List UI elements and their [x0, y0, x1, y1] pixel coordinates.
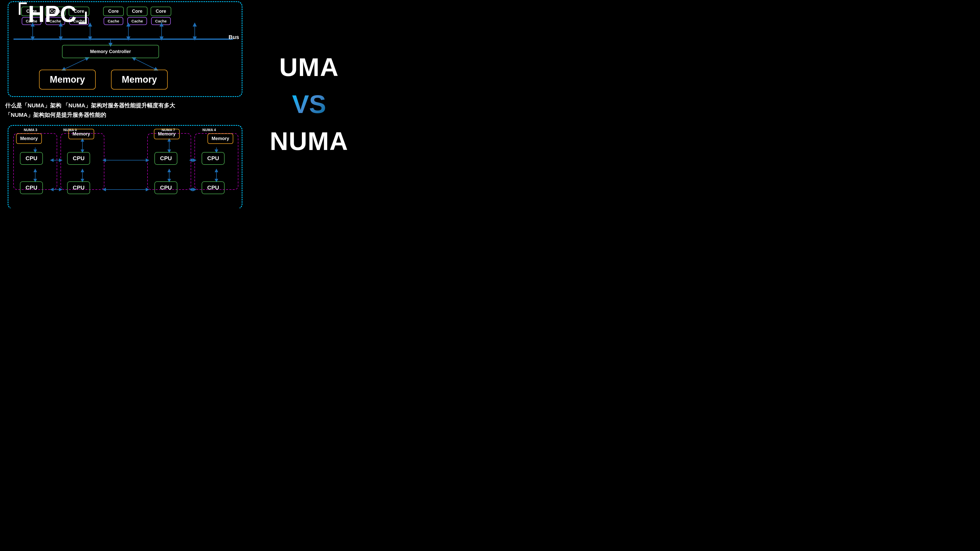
numa3-mem-box: Memory [16, 133, 42, 144]
cpu-box-r1-4: CPU [202, 152, 224, 165]
core-box-6: Core [151, 6, 171, 16]
core-box-4: Core [103, 6, 124, 16]
core-box-5: Core [127, 6, 148, 16]
memory-row: Memory Memory [39, 70, 168, 89]
svg-line-9 [134, 58, 156, 70]
numa0-memory: Memory [68, 129, 94, 139]
cpu-r1-3: CPU [154, 152, 177, 165]
numa-label-4: NUMA 4 [202, 128, 216, 132]
cpu-box-r2-3: CPU [154, 181, 177, 194]
text-section: 什么是「NUMA」架构 「NUMA」架构对服务器性能提升幅度有多大 「NUMA」… [5, 101, 175, 120]
uma-title: UMA [279, 52, 339, 82]
numa3-memory: Memory [16, 133, 42, 144]
vs-title: VS [292, 89, 326, 119]
numa0-mem-box: Memory [68, 129, 94, 139]
core-group-5: Core Cache [127, 6, 148, 25]
numa4-memory: Memory [207, 133, 233, 144]
svg-line-8 [63, 58, 88, 70]
cpu-box-r2-2: CPU [67, 181, 90, 194]
memory-box-2: Memory [111, 70, 168, 89]
core-group-4: Core Cache [103, 6, 124, 25]
cpu-r2-2: CPU [67, 181, 90, 194]
cpu-r2-4: CPU [202, 181, 224, 194]
text-line-2: 「NUMA」架构如何是提升服务器性能的 [5, 110, 175, 120]
numa7-memory: Memory [154, 129, 180, 139]
numa-diagram: NUMA 3 NUMA 0 NUMA 7 NUMA 4 Memory Memor… [8, 125, 242, 208]
numa-label-3: NUMA 3 [24, 128, 37, 132]
cpu-box-r1-2: CPU [67, 152, 90, 165]
numa7-mem-box: Memory [154, 129, 180, 139]
cache-box-4: Cache [103, 17, 123, 25]
core-group-6: Core Cache [151, 6, 171, 25]
cpu-box-r1-1: CPU [20, 152, 43, 165]
left-panel: 「HPC」 [0, 0, 248, 208]
bus-label: Bus [228, 34, 239, 41]
memory-box-1: Memory [39, 70, 96, 89]
cpu-r1-1: CPU [20, 152, 43, 165]
thpc-watermark: 「HPC」 [5, 3, 100, 25]
cpu-r2-1: CPU [20, 181, 43, 194]
cache-box-6: Cache [151, 17, 171, 25]
cpu-r1-2: CPU [67, 152, 90, 165]
cpu-box-r1-3: CPU [154, 152, 177, 165]
memory-controller-box: Memory Controller [62, 45, 159, 58]
cpu-r2-3: CPU [154, 181, 177, 194]
numa4-mem-box: Memory [207, 133, 233, 144]
numa-title-right: NUMA [270, 127, 348, 156]
cpu-r1-4: CPU [202, 152, 224, 165]
svg-rect-0 [14, 38, 233, 40]
right-panel: UMA VS NUMA [247, 0, 372, 208]
cpu-box-r2-1: CPU [20, 181, 43, 194]
cpu-box-r2-4: CPU [202, 181, 224, 194]
cache-box-5: Cache [127, 17, 147, 25]
text-line-1: 什么是「NUMA」架构 「NUMA」架构对服务器性能提升幅度有多大 [5, 101, 175, 110]
